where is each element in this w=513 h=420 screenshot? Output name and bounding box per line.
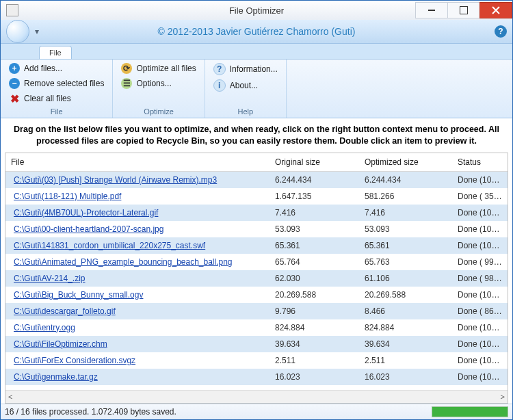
status-bar: 16 / 16 files processed. 1.072.409 bytes…	[1, 404, 512, 419]
cell-original-size: 9.796	[269, 306, 359, 316]
file-link[interactable]: C:\Guti\Big_Buck_Bunny_small.ogv	[11, 290, 143, 300]
cell-original-size: 65.361	[269, 241, 359, 250]
remove-selected-label: Remove selected files	[24, 79, 104, 88]
scroll-right-icon[interactable]: >	[501, 393, 505, 401]
cell-status: Done ( 99%).	[452, 257, 508, 267]
file-link[interactable]: C:\Guti\(118-121) Multiple.pdf	[11, 192, 121, 201]
cell-status: Done (100%).	[452, 323, 508, 332]
column-headers: File Original size Optimized size Status	[5, 153, 508, 172]
optimize-all-button[interactable]: ⟳Optimize all files	[118, 62, 198, 75]
about-button[interactable]: iAbout...	[211, 79, 280, 92]
ribbon-group-file: +Add files... −Remove selected files ✖Cl…	[1, 60, 113, 118]
cell-optimized-size: 39.634	[359, 339, 452, 349]
cell-status: Done (100%).	[452, 290, 508, 300]
file-link[interactable]: C:\Guti\(4MB70UL)-Protector-Lateral.gif	[11, 208, 158, 218]
table-row[interactable]: C:\Guti\ForEx Consideration.svgz2.5112.5…	[5, 352, 508, 369]
copyright-text: © 2012-2013 Javier Gutiérrez Chamorro (G…	[1, 26, 512, 37]
file-link[interactable]: C:\Guti\ForEx Consideration.svgz	[11, 356, 135, 365]
table-row[interactable]: C:\Guti\AV-214_.zip62.03061.106Done ( 98…	[5, 270, 508, 287]
file-link[interactable]: C:\Guti\(03) [Push] Strange World (Airwa…	[11, 175, 217, 185]
col-original-size[interactable]: Original size	[269, 153, 359, 171]
table-row[interactable]: C:\Guti\(4MB70UL)-Protector-Lateral.gif7…	[5, 205, 508, 221]
table-row[interactable]: C:\Guti\logo1.tif17.16017.160Done (100%)…	[5, 385, 508, 390]
progress-bar	[432, 406, 508, 417]
file-rows[interactable]: C:\Guti\(03) [Push] Strange World (Airwa…	[5, 172, 508, 390]
cell-original-size: 16.023	[269, 372, 359, 382]
cell-optimized-size: 16.023	[359, 372, 452, 382]
cell-status: Done ( 35%).	[452, 192, 508, 201]
about-icon: i	[213, 79, 226, 92]
instructions-text: Drag on the list below files you want to…	[1, 118, 512, 153]
optimize-all-label: Optimize all files	[136, 64, 196, 73]
table-row[interactable]: C:\Guti\genmake.tar.gz16.02316.023Done (…	[5, 369, 508, 385]
add-files-label: Add files...	[24, 64, 62, 73]
cell-optimized-size: 6.244.434	[359, 175, 452, 185]
cell-status: Done (100%).	[452, 208, 508, 218]
file-link[interactable]: C:\Guti\descargar_folleto.gif	[11, 306, 116, 316]
ribbon-group-optimize: ⟳Optimize all files ☰Options... Optimize	[113, 60, 205, 118]
table-row[interactable]: C:\Guti\descargar_folleto.gif9.7968.466D…	[5, 303, 508, 319]
group-label-help: Help	[211, 105, 280, 118]
cell-status: Done (100%).	[452, 175, 508, 185]
remove-selected-button[interactable]: −Remove selected files	[6, 77, 107, 90]
information-label: Information...	[230, 64, 278, 74]
group-label-optimize: Optimize	[118, 105, 198, 118]
information-button[interactable]: ?Information...	[211, 62, 280, 76]
add-files-button[interactable]: +Add files...	[6, 62, 107, 75]
cell-status: Done ( 98%).	[452, 274, 508, 283]
info-icon: ?	[213, 63, 226, 75]
file-link[interactable]: C:\Guti\00-client-heartland-2007-scan.jp…	[11, 224, 163, 234]
table-row[interactable]: C:\Guti\Animated_PNG_example_bouncing_be…	[5, 254, 508, 270]
col-file[interactable]: File	[5, 153, 269, 171]
cell-optimized-size: 581.266	[359, 192, 452, 201]
table-row[interactable]: C:\Guti\00-client-heartland-2007-scan.jp…	[5, 221, 508, 237]
table-row[interactable]: C:\Guti\141831_cordon_umbilical_220x275_…	[5, 237, 508, 254]
cell-status: Done (100%).	[452, 241, 508, 250]
cell-original-size: 65.764	[269, 257, 359, 267]
close-button[interactable]	[479, 2, 512, 18]
col-optimized-size[interactable]: Optimized size	[359, 153, 452, 171]
group-label-file: File	[6, 105, 107, 118]
cell-optimized-size: 824.884	[359, 323, 452, 332]
cell-optimized-size: 20.269.588	[359, 290, 452, 300]
scroll-left-icon[interactable]: <	[8, 393, 12, 401]
cell-original-size: 7.416	[269, 208, 359, 218]
cell-optimized-size: 61.106	[359, 274, 452, 283]
file-link[interactable]: C:\Guti\Animated_PNG_example_bouncing_be…	[11, 257, 233, 267]
cell-optimized-size: 7.416	[359, 208, 452, 218]
status-text: 16 / 16 files processed. 1.072.409 bytes…	[5, 407, 176, 417]
horizontal-scrollbar[interactable]: <>	[5, 390, 508, 403]
file-list: File Original size Optimized size Status…	[5, 153, 508, 404]
cell-optimized-size: 2.511	[359, 356, 452, 365]
ribbon: +Add files... −Remove selected files ✖Cl…	[1, 60, 512, 118]
file-link[interactable]: C:\Guti\FileOptimizer.chm	[11, 339, 107, 349]
table-row[interactable]: C:\Guti\entry.ogg824.884824.884Done (100…	[5, 319, 508, 336]
table-row[interactable]: C:\Guti\Big_Buck_Bunny_small.ogv20.269.5…	[5, 287, 508, 303]
col-status[interactable]: Status	[452, 153, 508, 171]
tab-file[interactable]: File	[39, 46, 72, 59]
file-link[interactable]: C:\Guti\genmake.tar.gz	[11, 372, 98, 382]
optimize-icon: ⟳	[121, 63, 132, 74]
table-row[interactable]: C:\Guti\(03) [Push] Strange World (Airwa…	[5, 172, 508, 188]
cell-original-size: 1.647.135	[269, 192, 359, 201]
window-title: File Optimizer	[1, 5, 512, 16]
clear-all-button[interactable]: ✖Clear all files	[6, 92, 107, 105]
file-link[interactable]: C:\Guti\AV-214_.zip	[11, 274, 86, 283]
x-icon: ✖	[9, 93, 20, 104]
quick-access-bar: ▾ © 2012-2013 Javier Gutiérrez Chamorro …	[1, 20, 512, 44]
cell-optimized-size: 8.466	[359, 306, 452, 316]
plus-icon: +	[9, 63, 20, 74]
titlebar[interactable]: File Optimizer	[1, 1, 512, 20]
table-row[interactable]: C:\Guti\FileOptimizer.chm39.63439.634Don…	[5, 336, 508, 352]
cell-status: Done (100%).	[452, 372, 508, 382]
table-row[interactable]: C:\Guti\(118-121) Multiple.pdf1.647.1355…	[5, 188, 508, 205]
file-link[interactable]: C:\Guti\entry.ogg	[11, 323, 75, 332]
cell-optimized-size: 53.093	[359, 224, 452, 234]
ribbon-group-help: ?Information... iAbout... Help	[205, 60, 287, 118]
minus-icon: −	[9, 78, 20, 89]
file-link[interactable]: C:\Guti\141831_cordon_umbilical_220x275_…	[11, 241, 205, 250]
cell-original-size: 20.269.588	[269, 290, 359, 300]
cell-original-size: 824.884	[269, 323, 359, 332]
options-button[interactable]: ☰Options...	[118, 77, 198, 90]
cell-original-size: 2.511	[269, 356, 359, 365]
